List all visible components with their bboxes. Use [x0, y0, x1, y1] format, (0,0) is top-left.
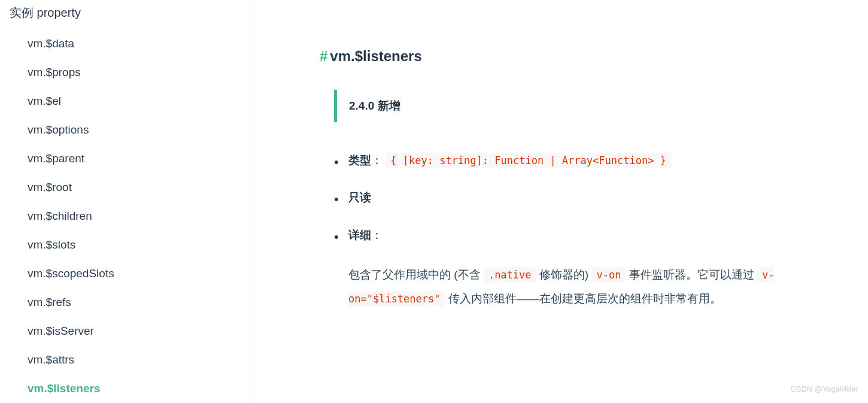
colon: ：	[371, 229, 383, 241]
sidebar-item[interactable]: vm.$refs	[28, 288, 250, 317]
sidebar[interactable]: 实例 property vm.$datavm.$propsvm.$elvm.$o…	[0, 0, 250, 403]
heading-anchor-hash[interactable]: #	[320, 48, 327, 64]
sidebar-item[interactable]: vm.$listeners	[28, 374, 250, 403]
sidebar-item[interactable]: vm.$props	[28, 58, 250, 87]
sidebar-item[interactable]: vm.$root	[28, 173, 250, 202]
property-detail-list: 类型： { [key: string]: Function | Array<Fu…	[334, 151, 868, 311]
sidebar-item[interactable]: vm.$attrs	[28, 346, 250, 374]
detail-row: 详细： 包含了父作用域中的 (不含 .native 修饰器的) v-on 事件监…	[334, 226, 868, 311]
page-heading: #vm.$listeners	[320, 48, 868, 65]
detail-text: 包含了父作用域中的 (不含	[348, 268, 484, 281]
sidebar-item[interactable]: vm.$scopedSlots	[28, 259, 250, 288]
sidebar-item[interactable]: vm.$data	[28, 29, 250, 58]
sidebar-item[interactable]: vm.$el	[28, 87, 250, 116]
code-native: .native	[484, 267, 536, 283]
heading-title-text: vm.$listeners	[330, 48, 421, 64]
detail-label: 详细	[348, 229, 371, 241]
version-notice: 2.4.0 新增	[334, 90, 868, 122]
sidebar-item[interactable]: vm.$options	[28, 116, 250, 144]
page-layout: 实例 property vm.$datavm.$propsvm.$elvm.$o…	[0, 0, 868, 403]
sidebar-item[interactable]: vm.$slots	[28, 231, 250, 259]
main-content: #vm.$listeners 2.4.0 新增 类型： { [key: stri…	[250, 0, 868, 403]
sidebar-nav-list: vm.$datavm.$propsvm.$elvm.$optionsvm.$pa…	[10, 29, 250, 403]
sidebar-item[interactable]: vm.$children	[28, 202, 250, 231]
colon: ：	[371, 154, 383, 166]
detail-text: 传入内部组件——在创建更高层次的组件时非常有用。	[445, 292, 721, 305]
detail-text: 修饰器的)	[536, 268, 592, 281]
readonly-label: 只读	[348, 191, 371, 204]
sidebar-section-title: 实例 property	[10, 0, 250, 29]
code-von: v-on	[591, 267, 626, 283]
readonly-row: 只读	[334, 188, 868, 207]
type-code: { [key: string]: Function | Array<Functi…	[386, 153, 671, 168]
type-row: 类型： { [key: string]: Function | Array<Fu…	[334, 151, 868, 170]
sidebar-item[interactable]: vm.$isServer	[28, 317, 250, 346]
detail-paragraph: 包含了父作用域中的 (不含 .native 修饰器的) v-on 事件监听器。它…	[348, 263, 868, 311]
detail-text: 事件监听器。它可以通过	[626, 268, 757, 281]
sidebar-item[interactable]: vm.$parent	[28, 144, 250, 173]
type-label: 类型	[348, 154, 371, 166]
